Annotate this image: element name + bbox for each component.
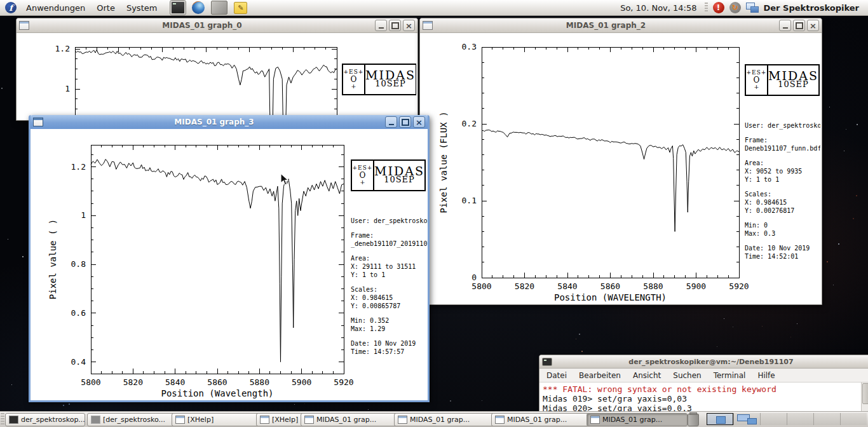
window-menu-icon[interactable] xyxy=(19,21,29,30)
titlebar-graph-0[interactable]: MIDAS_01 graph_0 × xyxy=(17,18,417,33)
taskbar-button-4[interactable]: MIDAS_01 grap... xyxy=(301,413,400,426)
top-panel: f AnwendungenOrteSystem ✎ So, 10. Nov, 1… xyxy=(0,0,868,16)
info-line: Time: 14:57:57 xyxy=(351,348,428,356)
notes-launcher-icon[interactable]: ✎ xyxy=(234,2,247,14)
taskbar-button-2[interactable]: [XHelp] xyxy=(172,413,262,426)
workspace-cell-3[interactable] xyxy=(760,413,787,425)
taskbar: der_spektroskop...[der_spektrosko...[XHe… xyxy=(0,411,868,427)
taskbar-button-label: MIDAS_01 grap... xyxy=(410,416,470,424)
mouse-cursor xyxy=(280,173,289,186)
update-status-icon[interactable]: ↻ xyxy=(729,2,741,13)
window-menu-icon[interactable] xyxy=(33,118,43,126)
svg-text:5840: 5840 xyxy=(165,377,185,387)
terminal-menu-hilfe[interactable]: Hilfe xyxy=(757,371,775,380)
svg-text:1.2: 1.2 xyxy=(71,162,86,172)
terminal-menu-suchen[interactable]: Suchen xyxy=(673,371,701,380)
titlebar-terminal[interactable]: der_spektroskopiker@vm:~/Deneb191107 xyxy=(539,355,868,369)
svg-text:1.2: 1.2 xyxy=(55,44,70,53)
panel-menu-anwendungen[interactable]: Anwendungen xyxy=(20,0,91,15)
clock[interactable]: So, 10. Nov, 14:58 xyxy=(618,3,699,13)
info-line: Time: 14:52:01 xyxy=(745,252,820,261)
workspace-cell-4[interactable] xyxy=(787,413,813,425)
workspace-cell-2[interactable] xyxy=(733,413,760,425)
minimize-button[interactable] xyxy=(375,20,387,31)
titlebar-graph-2[interactable]: MIDAS_01 graph_2 × xyxy=(420,18,822,33)
window-midas-graph-3[interactable]: MIDAS_01 graph_3 × 1.210.80.60.458005820… xyxy=(29,115,430,402)
info-line: Min: 0 xyxy=(745,221,820,229)
window-midas-graph-2[interactable]: MIDAS_01 graph_2 × 0.30.20.1058005820584… xyxy=(419,18,822,305)
taskbar-button-0[interactable]: der_spektroskop... xyxy=(5,413,85,426)
info-line: Date: 10 Nov 2019 xyxy=(351,339,428,348)
svg-text:0.2: 0.2 xyxy=(462,119,477,128)
taskbar-button-label: der_spektroskop... xyxy=(21,416,85,424)
titlebar-graph-3[interactable]: MIDAS_01 graph_3 × xyxy=(31,115,428,129)
taskbar-button-label: MIDAS_01 grap... xyxy=(602,416,662,424)
applet-handle[interactable] xyxy=(705,3,708,13)
workspace-cell-5[interactable] xyxy=(813,413,840,425)
terminal-icon xyxy=(91,416,100,424)
close-button[interactable]: × xyxy=(403,20,415,31)
window-icon xyxy=(175,416,185,424)
terminal-menubar: DateiBearbeitenAnsichtSuchenTerminalHilf… xyxy=(539,369,868,383)
taskbar-handle[interactable] xyxy=(1,413,4,426)
svg-text:Pixel value ( ): Pixel value ( ) xyxy=(48,219,58,299)
window-terminal[interactable]: der_spektroskopiker@vm:~/Deneb191107 Dat… xyxy=(539,355,868,414)
svg-text:0.3: 0.3 xyxy=(462,42,477,51)
svg-text:1: 1 xyxy=(65,84,70,93)
fedora-menu-icon[interactable]: f xyxy=(5,2,17,13)
workspace-cell-6[interactable] xyxy=(840,413,867,425)
user-menu[interactable]: Der Spektroskopiker xyxy=(764,3,862,13)
network-status-icon[interactable] xyxy=(746,3,759,13)
maximize-button[interactable] xyxy=(399,116,411,128)
info-line: User: der_spektroskopiker xyxy=(351,217,428,225)
svg-text:5820: 5820 xyxy=(515,281,534,291)
midas-eso-logo: +ES+ O + MIDAS 10SEP xyxy=(745,64,820,96)
trash-icon[interactable] xyxy=(688,414,699,426)
info-line: Y: 0.00865787 xyxy=(351,302,428,310)
terminal-menu-ansicht[interactable]: Ansicht xyxy=(633,371,661,380)
panel-menu-system[interactable]: System xyxy=(121,0,163,15)
close-button[interactable]: × xyxy=(807,20,819,31)
info-line: Max: 1.29 xyxy=(351,325,428,333)
info-line: Y: 1 to 1 xyxy=(745,175,820,184)
svg-text:5800: 5800 xyxy=(81,377,100,387)
svg-text:Pixel value (FLUX ): Pixel value (FLUX ) xyxy=(438,111,449,213)
svg-text:Position (WAVELENGTH): Position (WAVELENGTH) xyxy=(554,292,667,302)
maximize-button[interactable] xyxy=(793,20,805,31)
window-icon xyxy=(304,416,314,424)
taskbar-button-1[interactable]: [der_spektrosko... xyxy=(87,413,177,426)
terminal-menu-datei[interactable]: Datei xyxy=(546,371,567,380)
firefox-launcher-icon[interactable] xyxy=(192,1,205,14)
minimize-button[interactable] xyxy=(779,20,791,31)
terminal-launcher-icon[interactable] xyxy=(170,1,186,15)
info-line: Frame: xyxy=(745,136,820,144)
panel-menu-orte[interactable]: Orte xyxy=(91,0,121,15)
workspace-cell-1[interactable] xyxy=(707,413,733,425)
window-menu-icon[interactable] xyxy=(423,21,433,30)
svg-text:5880: 5880 xyxy=(250,377,269,387)
svg-text:0.6: 0.6 xyxy=(71,308,86,318)
workspace-switcher xyxy=(707,413,867,425)
minimize-button[interactable] xyxy=(385,116,397,128)
taskbar-button-5[interactable]: MIDAS_01 grap... xyxy=(394,413,497,426)
info-line: Date: 10 Nov 2019 xyxy=(745,244,820,252)
info-line: Y: 0.00276817 xyxy=(745,207,820,215)
svg-text:5840: 5840 xyxy=(557,281,577,291)
svg-text:5880: 5880 xyxy=(643,281,663,291)
close-button[interactable]: × xyxy=(413,116,425,128)
maximize-button[interactable] xyxy=(389,20,401,31)
taskbar-button-label: [XHelp] xyxy=(272,416,298,424)
terminal-menu-terminal[interactable]: Terminal xyxy=(714,371,746,380)
window-icon xyxy=(398,416,407,424)
window-midas-graph-0[interactable]: MIDAS_01 graph_0 × 1.210.80.60.40.20 +ES… xyxy=(16,18,418,121)
info-line: X: 29111 to 31511 xyxy=(351,262,428,271)
window-title: MIDAS_01 graph_3 xyxy=(46,118,383,126)
taskbar-button-7[interactable]: MIDAS_01 grap... xyxy=(587,413,688,426)
screenshot-launcher-icon[interactable] xyxy=(211,1,227,15)
taskbar-button-6[interactable]: MIDAS_01 grap... xyxy=(491,413,592,426)
info-line: Min: 0.352 xyxy=(351,316,428,325)
alert-status-icon[interactable]: ! xyxy=(713,2,724,13)
terminal-menu-bearbeiten[interactable]: Bearbeiten xyxy=(579,371,621,380)
svg-text:5860: 5860 xyxy=(600,281,620,291)
window-title: MIDAS_01 graph_0 xyxy=(32,21,372,30)
